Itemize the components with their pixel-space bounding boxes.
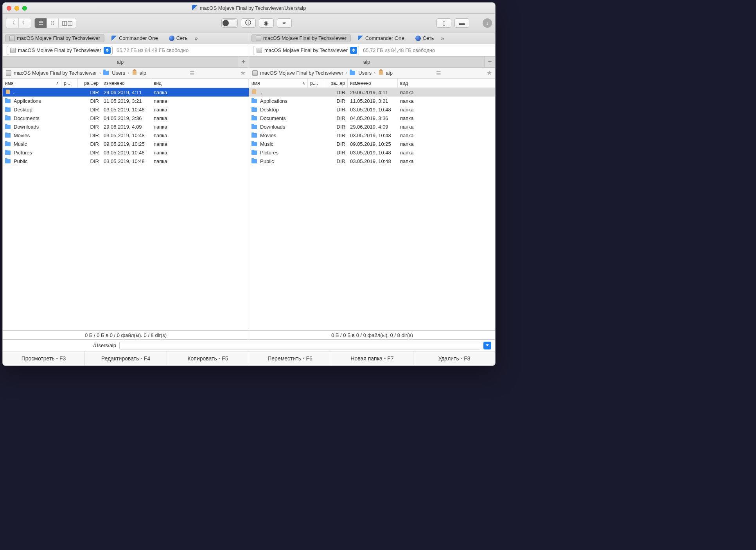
sort-asc-icon: ∧ [56,81,59,85]
app-icon [358,36,363,41]
command-line: /Users/aip [3,340,495,351]
breadcrumb-item[interactable]: macOS Mojave Final by Techsviewer [260,70,343,76]
file-row[interactable]: DownloadsDIR29.06.2019, 4:09папка [3,122,249,131]
breadcrumb-item[interactable]: Users [112,70,125,76]
preview-button[interactable]: ◉ [259,18,274,28]
file-list[interactable]: ..DIR29.06.2019, 4:11папкаApplicationsDI… [3,88,249,330]
close-button[interactable] [7,6,11,11]
disk-icon [257,48,262,53]
fkey-button[interactable]: Копировать - F5 [167,351,249,365]
file-row[interactable]: PicturesDIR03.05.2019, 10:48папка [249,148,495,157]
file-row[interactable]: ..DIR29.06.2019, 4:11папка [3,88,249,97]
view-columns-button[interactable]: ⁝⁝ [47,18,58,28]
more-tabs-button[interactable]: » [195,35,198,41]
downloads-button[interactable]: ↓ [483,18,492,28]
favorite-button[interactable]: ★ [487,69,492,77]
folder-icon [251,107,257,112]
breadcrumb-item[interactable]: aip [386,70,393,76]
forward-button[interactable]: 〉 [18,18,31,28]
status-text: 0 Б / 0 Б в 0 / 0 файл(ы). 0 / 8 dir(s) [249,331,495,339]
window-title: macOS Mojave Final by Techsviewer/Users/… [3,5,495,11]
sort-asc-icon: ∧ [302,81,305,85]
volume-tab[interactable]: Commander One [354,34,408,42]
volume-select[interactable]: macOS Mojave Final by Techsviewer [253,46,359,55]
file-row[interactable]: DownloadsDIR29.06.2019, 4:09папка [249,122,495,131]
folder-icon [5,99,11,103]
file-row[interactable]: MusicDIR09.05.2019, 10:25папка [249,140,495,148]
home-icon [378,71,384,75]
file-row[interactable]: MusicDIR09.05.2019, 10:25папка [3,140,249,148]
file-row[interactable]: MoviesDIR03.05.2019, 10:48папка [3,131,249,140]
disk-icon [252,70,258,76]
path-tabs-row: aip + aip + [3,57,495,68]
volume-tab[interactable]: Сеть [165,34,192,42]
volume-select[interactable]: macOS Mojave Final by Techsviewer [7,46,113,55]
path-tab[interactable]: aip [249,57,484,67]
right-pane: имя∧ р.... ра...ер изменено вид ..DIR29.… [249,79,495,330]
fkey-button[interactable]: Редактировать - F4 [85,351,167,365]
file-row[interactable]: ApplicationsDIR11.05.2019, 3:21папка [3,97,249,105]
fkey-button[interactable]: Удалить - F8 [413,351,495,365]
fkey-button[interactable]: Просмотреть - F3 [3,351,85,365]
home-icon [251,90,257,95]
more-tabs-button[interactable]: » [441,35,444,41]
volume-select-row: macOS Mojave Final by Techsviewer65,72 Г… [3,44,495,57]
breadcrumb-item[interactable]: aip [140,70,146,76]
fullscreen-button[interactable] [22,6,27,11]
volume-tab[interactable]: Commander One [108,34,162,42]
folder-icon [5,150,11,155]
view-list-button[interactable]: ☰ [35,18,47,28]
toggle-button[interactable] [221,18,238,28]
folder-icon [5,116,11,120]
file-row[interactable]: PicturesDIR03.05.2019, 10:48папка [3,148,249,157]
free-space-text: 65,72 ГБ из 84,48 ГБ свободно [117,47,189,53]
volume-tab[interactable]: macOS Mojave Final by Techsviewer [251,34,351,42]
fkey-button[interactable]: Новая папка - F7 [331,351,413,365]
folder-icon [251,133,257,138]
file-row[interactable]: DocumentsDIR04.05.2019, 3:36папка [249,114,495,122]
folder-icon [5,125,11,129]
folder-icon [251,116,257,120]
breadcrumb-item[interactable]: Users [358,70,372,76]
file-row[interactable]: DesktopDIR03.05.2019, 10:48папка [3,105,249,114]
add-tab-button[interactable]: + [238,57,249,67]
file-row[interactable]: ApplicationsDIR11.05.2019, 3:21папка [249,97,495,105]
add-tab-button[interactable]: + [484,57,495,67]
path-tab[interactable]: aip [3,57,238,67]
folder-icon [5,159,11,163]
connect-button[interactable]: ▬ [454,18,469,28]
archive-button[interactable]: ▯ [436,18,451,28]
volume-tab[interactable]: macOS Mojave Final by Techsviewer [5,34,104,42]
history-dropdown[interactable] [483,342,491,349]
column-headers[interactable]: имя∧ р.... ра...ер изменено вид [3,79,249,88]
folder-icon [5,107,11,112]
compare-button[interactable]: ⚭ [277,18,292,28]
back-button[interactable]: 〈 [6,18,18,28]
file-row[interactable]: PublicDIR03.05.2019, 10:48папка [3,157,249,165]
column-headers[interactable]: имя∧ р.... ра...ер изменено вид [249,79,495,88]
folder-icon [5,142,11,146]
file-list[interactable]: ..DIR29.06.2019, 4:11папкаApplicationsDI… [249,88,495,330]
file-row[interactable]: MoviesDIR03.05.2019, 10:48папка [249,131,495,140]
list-view-icon[interactable]: ☰ [436,70,441,76]
favorite-button[interactable]: ★ [240,69,246,77]
volume-tab[interactable]: Сеть [411,34,438,42]
home-icon [132,71,137,75]
home-icon [5,90,11,95]
view-icons-button[interactable]: ◫◫ [58,18,76,28]
command-input[interactable] [119,342,480,349]
breadcrumb-item[interactable]: macOS Mojave Final by Techsviewer [14,70,97,76]
file-row[interactable]: DesktopDIR03.05.2019, 10:48папка [249,105,495,114]
toolbar: 〈 〉 ☰ ⁝⁝ ◫◫ ⓘ ◉ ⚭ ▯ ▬ ↓ [3,14,495,32]
fkey-button[interactable]: Переместить - F6 [249,351,331,365]
volume-tabs-row: macOS Mojave Final by TechsviewerCommand… [3,32,495,44]
list-view-icon[interactable]: ☰ [190,70,195,76]
function-keys: Просмотреть - F3Редактировать - F4Копиро… [3,351,495,365]
file-row[interactable]: DocumentsDIR04.05.2019, 3:36папка [3,114,249,122]
file-row[interactable]: PublicDIR03.05.2019, 10:48папка [249,157,495,165]
file-row[interactable]: ..DIR29.06.2019, 4:11папка [249,88,495,97]
disk-icon [256,36,261,41]
disk-icon [10,48,16,53]
minimize-button[interactable] [14,6,19,11]
info-button[interactable]: ⓘ [241,18,256,28]
